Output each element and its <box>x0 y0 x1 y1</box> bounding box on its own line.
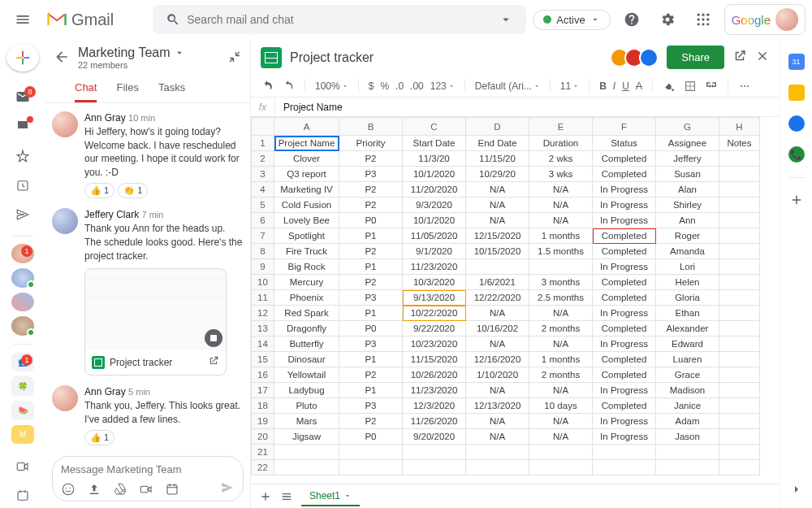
row-header[interactable]: 3 <box>252 167 274 182</box>
cell[interactable]: Completed <box>593 398 656 414</box>
col-header[interactable]: F <box>593 118 656 136</box>
cell[interactable]: P3 <box>339 290 403 306</box>
row-header[interactable]: 5 <box>252 198 274 213</box>
calendar-addon[interactable] <box>788 54 805 70</box>
all-sheets-icon[interactable] <box>280 490 293 503</box>
row-header[interactable]: 19 <box>252 414 274 429</box>
back-button[interactable] <box>54 49 70 67</box>
inbox-nav[interactable]: 8 <box>8 85 37 109</box>
cell[interactable]: 11/23/2020 <box>403 259 466 275</box>
sent-nav[interactable] <box>8 202 37 227</box>
cell[interactable]: 10/23/2020 <box>403 336 466 352</box>
cell[interactable]: Completed <box>593 321 656 336</box>
cell[interactable]: 1/6/2021 <box>466 275 529 290</box>
cell[interactable]: Alan <box>656 182 719 198</box>
row-header[interactable]: 1 <box>252 136 274 151</box>
cell[interactable]: N/A <box>466 306 529 321</box>
reaction-chip[interactable]: 👏 1 <box>118 183 148 198</box>
col-header[interactable]: G <box>656 118 719 136</box>
cell[interactable]: 10 days <box>529 398 593 414</box>
cell[interactable] <box>719 167 760 182</box>
format-decimal-inc[interactable]: .00 <box>410 80 424 92</box>
cell[interactable]: 9/1/2020 <box>403 244 466 259</box>
cell[interactable]: Fire Truck <box>274 244 339 259</box>
cell[interactable] <box>719 244 760 259</box>
phone-nav[interactable] <box>8 484 37 508</box>
cell[interactable]: 1/10/2020 <box>466 367 529 383</box>
strike-button[interactable]: A <box>636 80 642 92</box>
row-header[interactable]: 2 <box>252 151 274 167</box>
sheet-tab-1[interactable]: Sheet1 <box>301 487 360 506</box>
cell[interactable]: P2 <box>339 414 403 429</box>
cell[interactable]: Edward <box>656 336 719 352</box>
collapse-chat-button[interactable] <box>227 50 242 67</box>
cell[interactable] <box>719 460 760 475</box>
account-switcher[interactable]: Google <box>724 4 806 35</box>
fill-color-icon[interactable] <box>663 80 676 93</box>
tab-files[interactable]: Files <box>116 76 138 102</box>
row-header[interactable]: 17 <box>252 383 274 398</box>
cell[interactable]: 11/23/2020 <box>403 383 466 398</box>
cell[interactable]: N/A <box>529 429 593 445</box>
cell[interactable]: Jason <box>656 429 719 445</box>
cell[interactable]: In Progress <box>593 259 656 275</box>
col-header[interactable]: B <box>339 118 403 136</box>
cell[interactable] <box>719 290 760 306</box>
open-icon[interactable] <box>208 355 219 371</box>
cell[interactable]: P2 <box>339 198 403 213</box>
dm-group[interactable] <box>11 293 34 312</box>
font-size-select[interactable]: 11 <box>560 80 579 92</box>
cell[interactable]: Big Rock <box>274 259 339 275</box>
cell[interactable]: Duration <box>529 136 593 151</box>
row-header[interactable]: 14 <box>252 336 274 352</box>
cell[interactable] <box>466 259 529 275</box>
cell[interactable]: Start Date <box>403 136 466 151</box>
cell[interactable]: 11/20/2020 <box>403 182 466 198</box>
cell[interactable]: Clover <box>274 151 339 167</box>
tasks-addon[interactable] <box>788 115 805 132</box>
cell[interactable]: In Progress <box>593 383 656 398</box>
row-header[interactable]: 16 <box>252 367 274 383</box>
cell[interactable]: Alexander <box>656 321 719 336</box>
bold-button[interactable]: B <box>599 80 607 92</box>
cell[interactable]: N/A <box>466 182 529 198</box>
cell[interactable]: N/A <box>466 429 529 445</box>
cell[interactable]: Lovely Bee <box>274 213 339 228</box>
cell[interactable] <box>403 460 466 475</box>
cell[interactable]: Janice <box>656 398 719 414</box>
cell[interactable]: P1 <box>339 259 403 275</box>
reaction-chip[interactable]: 👍 1 <box>84 430 114 445</box>
cell[interactable]: Shirley <box>656 198 719 213</box>
cell[interactable]: N/A <box>466 213 529 228</box>
cell[interactable]: Red Spark <box>274 306 339 321</box>
cell[interactable]: Adam <box>656 414 719 429</box>
cell[interactable]: 9/20/2020 <box>403 429 466 445</box>
cell[interactable]: In Progress <box>593 198 656 213</box>
keep-addon[interactable] <box>788 85 805 101</box>
cell[interactable] <box>719 275 760 290</box>
space-1[interactable]: 👥1 <box>11 353 34 372</box>
presence-status[interactable]: Active <box>533 10 610 30</box>
dm-person-1[interactable]: 1 <box>11 244 34 263</box>
cell[interactable]: P1 <box>339 383 403 398</box>
cell[interactable]: P2 <box>339 182 403 198</box>
cell[interactable]: Gloria <box>656 290 719 306</box>
cell[interactable]: Dinosaur <box>274 352 339 367</box>
col-header[interactable]: A <box>274 118 339 136</box>
support-button[interactable] <box>617 5 646 34</box>
add-sheet-icon[interactable] <box>259 490 272 503</box>
row-header[interactable]: 15 <box>252 352 274 367</box>
calendar-icon[interactable] <box>165 482 179 497</box>
italic-button[interactable]: I <box>613 80 615 92</box>
cell[interactable]: P1 <box>339 228 403 244</box>
cell[interactable]: 10/16/202 <box>466 321 529 336</box>
cell[interactable]: N/A <box>529 306 593 321</box>
cell[interactable]: Completed <box>593 290 656 306</box>
cell[interactable] <box>719 352 760 367</box>
cell[interactable]: Completed <box>593 367 656 383</box>
cell[interactable]: P3 <box>339 167 403 182</box>
cell[interactable]: P0 <box>339 429 403 445</box>
col-header[interactable]: H <box>719 118 760 136</box>
cell[interactable]: P0 <box>339 213 403 228</box>
cell[interactable]: In Progress <box>593 213 656 228</box>
